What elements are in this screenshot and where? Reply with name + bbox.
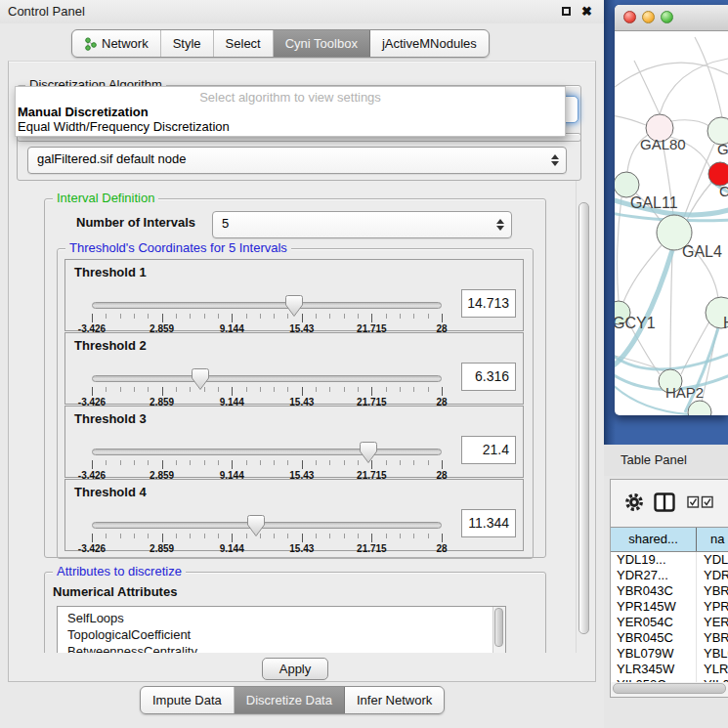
interval-definition-group: Interval Definition Number of Intervals … bbox=[44, 198, 546, 558]
slider-track[interactable] bbox=[92, 375, 442, 382]
network-node-label: GAL4 bbox=[682, 243, 722, 260]
network-edge[interactable] bbox=[615, 115, 646, 125]
network-view-window[interactable]: GAL80GACGAL11GAL4GCY1HHAP2 bbox=[615, 5, 728, 415]
algorithm-placeholder-option[interactable]: Select algorithm to view settings bbox=[16, 87, 565, 105]
numerical-attributes-list[interactable]: SelfLoopsTopologicalCoefficientBetweenne… bbox=[57, 606, 506, 653]
cell-name[interactable]: YPR1 bbox=[697, 599, 728, 615]
threshold-4-slider[interactable]: -3.4262.8599.14415.4321.71528 bbox=[92, 513, 442, 552]
tab-infer-network[interactable]: Infer Network bbox=[345, 687, 444, 713]
tab-style[interactable]: Style bbox=[161, 30, 214, 57]
cell-name[interactable]: YDL1 bbox=[697, 552, 728, 568]
threshold-3-value-field[interactable]: 21.4 bbox=[461, 436, 516, 464]
slider-track[interactable] bbox=[92, 302, 442, 309]
cell-shared-name[interactable]: YBL079W bbox=[611, 646, 697, 662]
tab-jactivemnodules[interactable]: jActiveMNodules bbox=[370, 30, 489, 57]
tab-style-label: Style bbox=[173, 31, 201, 56]
slider-track[interactable] bbox=[92, 449, 442, 455]
cell-shared-name[interactable]: YIL052C bbox=[611, 677, 697, 682]
scrollbar-thumb[interactable] bbox=[578, 202, 589, 634]
table-row[interactable]: YDR27...YDR2 bbox=[611, 568, 728, 583]
cell-name[interactable]: YLR3 bbox=[697, 662, 728, 677]
table-row[interactable]: YPR145WYPR1 bbox=[611, 599, 728, 615]
table-panel-titlebar: Table Panel bbox=[604, 445, 728, 476]
gear-icon[interactable] bbox=[623, 492, 645, 513]
attribute-item[interactable]: SelfLoops bbox=[58, 610, 492, 626]
threshold-1-slider[interactable]: -3.4262.8599.14415.4321.71528 bbox=[92, 293, 442, 332]
tab-cyni-toolbox[interactable]: Cyni Toolbox bbox=[274, 30, 370, 57]
cell-shared-name[interactable]: YDL19... bbox=[611, 552, 697, 568]
slider-thumb[interactable] bbox=[284, 294, 304, 318]
tab-discretize-data-label: Discretize Data bbox=[246, 688, 332, 712]
slider-thumb[interactable] bbox=[191, 367, 210, 391]
slider-thumb[interactable] bbox=[359, 441, 378, 464]
number-of-intervals-combobox[interactable]: 5 bbox=[212, 211, 512, 238]
float-window-icon[interactable] bbox=[562, 7, 571, 16]
cell-shared-name[interactable]: YLR345W bbox=[611, 662, 697, 677]
tab-network-label: Network bbox=[102, 31, 149, 56]
network-edge[interactable] bbox=[670, 250, 672, 369]
table-row[interactable]: YLR345WYLR3 bbox=[611, 662, 728, 677]
threshold-3-slider[interactable]: -3.4262.8599.14415.4321.71528 bbox=[92, 440, 442, 479]
cell-name[interactable]: YER0 bbox=[697, 615, 728, 630]
cell-name[interactable]: YBR0 bbox=[697, 583, 728, 599]
cell-name[interactable]: YBR0 bbox=[697, 630, 728, 646]
tab-infer-network-label: Infer Network bbox=[357, 688, 432, 712]
cell-shared-name[interactable]: YER054C bbox=[611, 615, 697, 630]
tab-discretize-data[interactable]: Discretize Data bbox=[235, 687, 345, 713]
threshold-2-slider[interactable]: -3.4262.8599.14415.4321.71528 bbox=[92, 366, 442, 406]
threshold-4-value-field[interactable]: 11.344 bbox=[461, 509, 516, 537]
network-edge[interactable] bbox=[671, 120, 709, 126]
network-edge[interactable] bbox=[695, 37, 722, 117]
attribute-item[interactable]: TopologicalCoefficient bbox=[58, 626, 492, 643]
cell-name[interactable]: YBL0 bbox=[697, 646, 728, 662]
algorithm-option-equal-width[interactable]: Equal Width/Frequency Discretization bbox=[16, 119, 565, 134]
cell-shared-name[interactable]: YBR045C bbox=[611, 630, 697, 646]
select-columns-checkboxes-icon[interactable] bbox=[687, 495, 714, 509]
apply-button[interactable]: Apply bbox=[262, 658, 328, 680]
algorithm-option-manual[interactable]: Manual Discretization bbox=[16, 105, 565, 119]
tab-select[interactable]: Select bbox=[214, 30, 274, 57]
table-row[interactable]: YBR045CYBR0 bbox=[611, 630, 728, 646]
table-toolbar bbox=[611, 480, 728, 526]
attribute-item[interactable]: BetweennessCentrality bbox=[58, 643, 492, 653]
table-row[interactable]: YIL052CYIL0 bbox=[611, 677, 728, 682]
cell-name[interactable]: YDR2 bbox=[697, 568, 728, 583]
network-node[interactable] bbox=[688, 401, 711, 415]
cyni-toolbox-panel: Discretization Algorithm Select algorith… bbox=[8, 61, 596, 682]
network-node-label: H bbox=[723, 315, 728, 331]
threshold-2-value-field[interactable]: 6.316 bbox=[461, 363, 516, 391]
cell-shared-name[interactable]: YPR145W bbox=[611, 599, 697, 615]
slider-thumb[interactable] bbox=[246, 514, 266, 537]
column-header-name[interactable]: na bbox=[697, 528, 728, 551]
table-row[interactable]: YBL079WYBL0 bbox=[611, 646, 728, 662]
table-row[interactable]: YDL19...YDL1 bbox=[611, 552, 728, 568]
network-canvas[interactable]: GAL80GACGAL11GAL4GCY1HHAP2 bbox=[615, 31, 728, 415]
table-data-combobox[interactable]: galFiltered.sif default node bbox=[27, 147, 567, 174]
threshold-1-label: Threshold 1 bbox=[74, 265, 147, 279]
network-edge[interactable] bbox=[660, 59, 728, 114]
tab-network[interactable]: Network bbox=[72, 30, 161, 57]
cell-shared-name[interactable]: YBR043C bbox=[611, 583, 697, 599]
threshold-panel-2: Threshold 2 -3.4262.8599.14415.4321.7152… bbox=[64, 332, 524, 405]
threshold-panel-3: Threshold 3 -3.4262.8599.14415.4321.7152… bbox=[64, 406, 524, 478]
settings-scrollbar[interactable] bbox=[576, 181, 590, 653]
window-title: Control Panel bbox=[8, 4, 85, 19]
numerical-attributes-label: Numerical Attributes bbox=[53, 584, 177, 599]
table-row[interactable]: YER054CYER0 bbox=[611, 615, 728, 630]
slider-track[interactable] bbox=[92, 522, 442, 529]
column-header-shared-name[interactable]: shared... bbox=[611, 528, 697, 551]
attributes-list-scrollbar[interactable] bbox=[492, 607, 505, 653]
zoom-traffic-light-icon[interactable] bbox=[661, 11, 673, 23]
tab-impute-data[interactable]: Impute Data bbox=[141, 687, 235, 713]
minimize-traffic-light-icon[interactable] bbox=[642, 11, 655, 23]
tick-label: 9.144 bbox=[220, 543, 244, 554]
threshold-3-label: Threshold 3 bbox=[74, 411, 147, 426]
cell-name[interactable]: YIL0 bbox=[697, 677, 728, 682]
threshold-1-value-field[interactable]: 14.713 bbox=[461, 289, 516, 318]
split-columns-icon[interactable] bbox=[654, 492, 675, 512]
cell-shared-name[interactable]: YDR27... bbox=[611, 568, 697, 583]
close-traffic-light-icon[interactable] bbox=[623, 11, 636, 23]
table-row[interactable]: YBR043CYBR0 bbox=[611, 583, 728, 599]
table-horizontal-scrollbar[interactable] bbox=[613, 683, 726, 694]
close-icon[interactable]: ✖ bbox=[581, 4, 592, 19]
